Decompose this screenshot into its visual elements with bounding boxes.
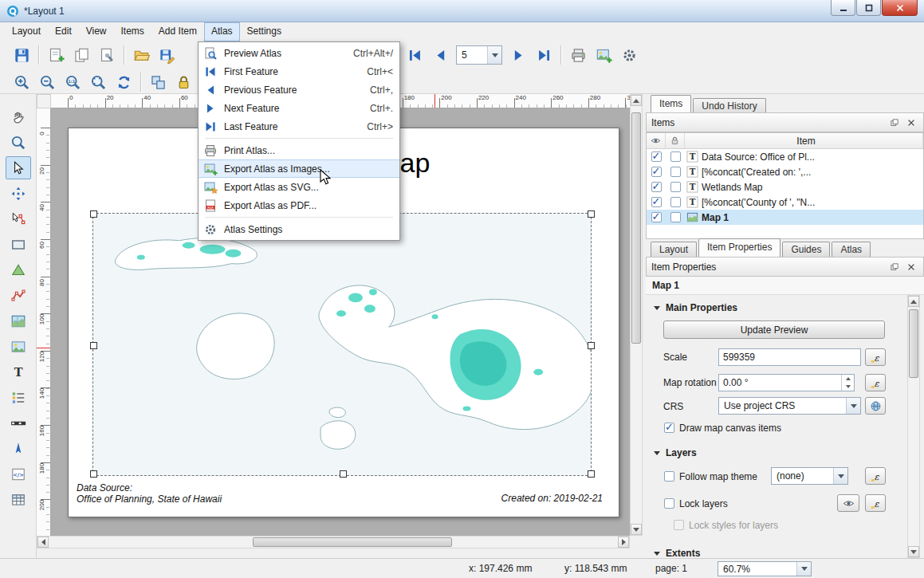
menu-item-export-atlas-as-pdf[interactable]: PDFExport Atlas as PDF... (199, 196, 399, 214)
zoom-tool-button[interactable] (6, 131, 31, 154)
menu-item-first-feature[interactable]: First FeatureCtrl+< (199, 62, 399, 81)
canvas-vertical-scrollbar[interactable] (630, 94, 643, 536)
menu-edit[interactable]: Edit (48, 22, 79, 41)
scroll-down-button[interactable] (908, 546, 919, 557)
canvas-horizontal-scrollbar[interactable] (37, 536, 630, 549)
lock-checkbox[interactable] (670, 212, 681, 222)
tab-undo-history[interactable]: Undo History (693, 98, 765, 113)
tab-item-properties[interactable]: Item Properties (698, 238, 780, 257)
menu-item-print-atlas[interactable]: Print Atlas... (199, 141, 399, 159)
add-north-arrow-tool-button[interactable] (6, 437, 31, 460)
tab-guides[interactable]: Guides (782, 242, 830, 257)
new-layout-button[interactable] (44, 44, 68, 66)
chevron-down-icon[interactable] (796, 562, 811, 576)
zoom-in-button[interactable] (10, 71, 33, 93)
spin-up-button[interactable] (842, 375, 854, 383)
visibility-checkbox[interactable] (651, 212, 662, 222)
chevron-down-icon[interactable] (487, 46, 501, 64)
add-legend-tool-button[interactable] (6, 386, 31, 409)
scroll-up-button[interactable] (631, 95, 642, 106)
scroll-down-button[interactable] (631, 524, 642, 535)
group-extents[interactable]: Extents (654, 548, 700, 559)
menu-item-next-feature[interactable]: Next FeatureCtrl+. (199, 99, 399, 117)
resize-handle[interactable] (90, 470, 97, 478)
scroll-up-button[interactable] (908, 296, 919, 307)
resize-handle[interactable] (90, 342, 97, 349)
map-item-frame[interactable] (92, 213, 592, 476)
scroll-right-button[interactable] (618, 537, 629, 548)
properties-scrollbar[interactable] (907, 295, 920, 558)
group-main-properties[interactable]: Main Properties (654, 302, 737, 313)
float-panel-button[interactable] (887, 261, 902, 273)
menu-add-item[interactable]: Add Item (151, 22, 204, 41)
refresh-button[interactable] (112, 71, 136, 93)
zoom-actual-button[interactable]: 1:1 (61, 71, 85, 93)
next-feature-button[interactable] (506, 44, 530, 66)
menu-layout[interactable]: Layout (5, 22, 48, 41)
save-project-button[interactable] (10, 44, 33, 66)
resize-handle[interactable] (588, 210, 595, 218)
menu-item-preview-atlas[interactable]: Preview AtlasCtrl+Alt+/ (199, 44, 399, 62)
lock-column-header[interactable] (666, 133, 685, 148)
open-template-button[interactable] (129, 44, 153, 66)
menu-atlas[interactable]: Atlas (204, 22, 240, 41)
scroll-left-button[interactable] (37, 537, 49, 548)
tab-items[interactable]: Items (651, 95, 691, 113)
resize-handle[interactable] (588, 470, 595, 478)
visibility-checkbox[interactable] (651, 182, 662, 192)
edit-nodes-item-tool-button[interactable] (6, 207, 31, 230)
atlas-feature-number-combo[interactable]: 5 (456, 45, 502, 65)
zoom-full-button[interactable] (86, 71, 110, 93)
first-feature-button[interactable] (403, 44, 427, 66)
items-row-map-1[interactable]: Map 1 (647, 210, 923, 225)
tab-layout[interactable]: Layout (651, 242, 697, 257)
add-map-tool-button[interactable] (6, 309, 31, 332)
lock-layers-data-defined-button[interactable]: ε (865, 494, 886, 512)
vertical-ruler[interactable]: 020406080100120140160180200220 (37, 108, 51, 536)
menu-settings[interactable]: Settings (240, 22, 289, 41)
visibility-checkbox[interactable] (651, 197, 662, 207)
last-feature-button[interactable] (532, 44, 556, 66)
theme-data-defined-button[interactable]: ε (865, 467, 886, 485)
add-polygon-tool-button[interactable] (6, 258, 31, 281)
duplicate-layout-button[interactable] (69, 44, 93, 66)
map-theme-combo[interactable]: (none) (771, 467, 848, 485)
lock-checkbox[interactable] (670, 197, 681, 207)
visibility-column-header[interactable] (647, 133, 666, 148)
export-atlas-images-button[interactable] (592, 44, 615, 66)
data-source-label[interactable]: Data Source: Office of Planning, State o… (77, 482, 222, 505)
tab-atlas[interactable]: Atlas (832, 242, 871, 257)
menu-item-atlas-settings[interactable]: Atlas Settings (199, 220, 399, 238)
add-rectangle-tool-button[interactable] (6, 233, 31, 256)
group-layers[interactable]: Layers (654, 447, 697, 458)
menu-item-previous-feature[interactable]: Previous FeatureCtrl+, (199, 81, 399, 99)
add-scalebar-tool-button[interactable] (6, 411, 31, 434)
select-move-item-tool-button[interactable] (6, 156, 31, 179)
resize-handle[interactable] (340, 470, 347, 478)
scroll-thumb[interactable] (909, 309, 918, 378)
chevron-down-icon[interactable] (846, 398, 860, 414)
scale-input[interactable]: 599359 (718, 348, 861, 366)
resize-handle[interactable] (90, 210, 97, 218)
items-row-concat-created-on[interactable]: T[%concat('Created on: ',... (647, 164, 923, 179)
lock-items-button[interactable] (171, 71, 195, 93)
lock-checkbox[interactable] (670, 167, 681, 177)
add-html-tool-button[interactable]: </> (6, 462, 31, 486)
chevron-down-icon[interactable] (833, 468, 847, 484)
map-rotation-spinbox[interactable]: 0.00 ° (718, 374, 855, 391)
scale-data-defined-button[interactable]: ε (865, 348, 886, 366)
float-panel-button[interactable] (887, 116, 902, 129)
menu-item-export-atlas-as-images[interactable]: Export Atlas as Images... (199, 159, 399, 178)
resize-handle[interactable] (588, 342, 595, 349)
items-row-concat-county-of-n[interactable]: T[%concat('County of ', "N... (647, 195, 923, 210)
draw-map-canvas-items-checkbox[interactable] (664, 423, 674, 433)
visibility-checkbox[interactable] (651, 167, 662, 177)
scroll-thumb[interactable] (631, 112, 641, 344)
pan-tool-button[interactable] (6, 105, 31, 128)
crs-combo[interactable]: Use project CRS (718, 397, 861, 415)
close-panel-button[interactable] (904, 116, 918, 129)
created-on-label[interactable]: Created on: 2019-02-21 (501, 493, 603, 504)
lock-layers-eye-button[interactable] (837, 494, 859, 512)
previous-feature-button[interactable] (428, 44, 452, 66)
minimize-button[interactable] (831, 0, 855, 16)
